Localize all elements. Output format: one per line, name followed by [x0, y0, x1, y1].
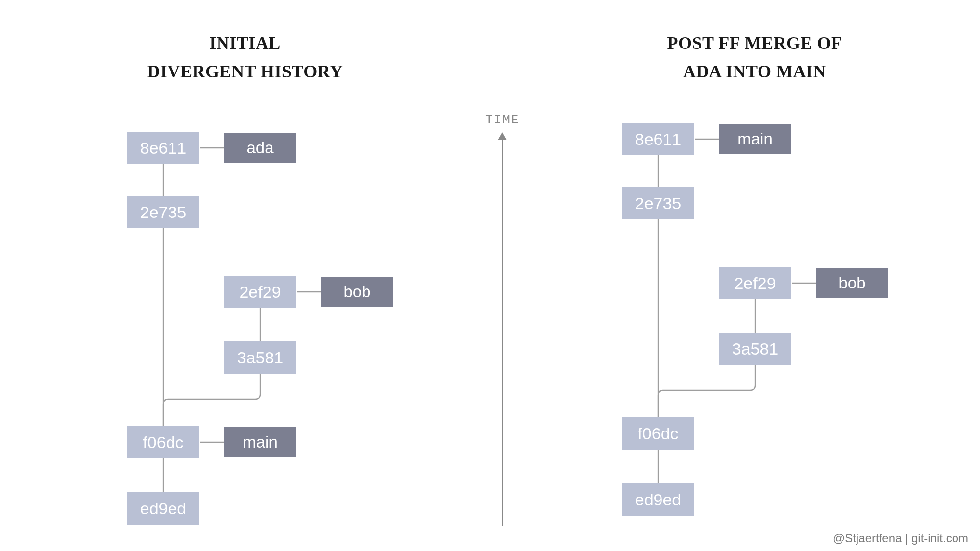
left-commit-3a581: 3a581 [224, 341, 296, 374]
diagram-stage: Initial Divergent History Post FF merge … [0, 0, 980, 551]
left-branch-ada: ada [224, 133, 296, 163]
right-commit-8e611: 8e611 [622, 123, 694, 155]
time-arrow-line [502, 139, 503, 526]
right-commit-f06dc: f06dc [622, 417, 694, 450]
right-commit-3a581: 3a581 [719, 333, 791, 365]
right-title: Post FF merge of Ada into main [598, 29, 911, 86]
left-commit-8e611: 8e611 [127, 132, 199, 164]
left-commit-2ef29: 2ef29 [224, 276, 296, 308]
left-commit-2e735: 2e735 [127, 196, 199, 228]
left-title-line2: Divergent History [147, 62, 343, 81]
left-title: Initial Divergent History [88, 29, 402, 86]
right-title-line2: Ada into main [683, 62, 826, 81]
left-commit-f06dc: f06dc [127, 426, 199, 458]
right-branch-main: main [719, 124, 791, 154]
left-branch-bob: bob [321, 277, 393, 307]
right-branch-bob: bob [816, 268, 888, 298]
left-title-line1: Initial [209, 33, 281, 53]
left-commit-ed9ed: ed9ed [127, 492, 199, 525]
time-label: TIME [485, 113, 519, 127]
right-commit-2e735: 2e735 [622, 187, 694, 219]
right-title-line1: Post FF merge of [667, 33, 842, 53]
attribution: @Stjaertfena | git-init.com [833, 531, 968, 545]
right-commit-2ef29: 2ef29 [719, 267, 791, 299]
right-commit-ed9ed: ed9ed [622, 483, 694, 516]
left-branch-main: main [224, 427, 296, 457]
